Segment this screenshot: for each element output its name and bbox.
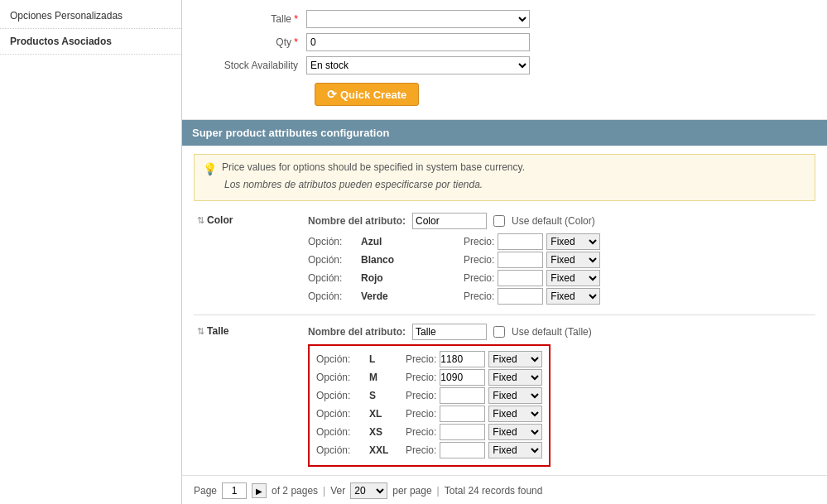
talle-L-type[interactable]: FixedPercent [488, 351, 542, 367]
talle-option-XXL: Opción: XXL Precio: FixedPercent [316, 442, 542, 458]
talle-XXL-precio[interactable] [440, 442, 485, 458]
of-pages: of 2 pages [272, 485, 318, 497]
color-sort-icon: ⇅ [197, 215, 207, 225]
talle-XL-precio[interactable] [440, 406, 485, 422]
color-use-default-checkbox[interactable] [493, 215, 505, 227]
color-use-default-label: Use default (Color) [512, 215, 595, 227]
talle-option-XL: Opción: XL Precio: FixedPercent [316, 406, 542, 422]
talle-M-precio[interactable] [440, 369, 485, 386]
stock-label: Stock Availability [199, 60, 306, 71]
talle-name-cell: ⇅ Talle [194, 320, 301, 470]
attr-divider [194, 314, 815, 315]
color-config-cell: Nombre del atributo: Use default (Color)… [301, 209, 815, 310]
talle-XS-precio[interactable] [440, 424, 485, 440]
page-input[interactable] [222, 482, 247, 499]
talle-option-XS: Opción: XS Precio: FixedPercent [316, 424, 542, 440]
color-option-rojo: Opción: Rojo Precio: FixedPercent [308, 270, 809, 286]
color-nombre-label: Nombre del atributo: [308, 215, 406, 227]
talle-label: Talle * [199, 13, 306, 25]
sidebar: Opciones Personalizadas Productos Asocia… [0, 0, 182, 504]
quick-create-section: Talle * Qty * Stock Availability [182, 0, 827, 120]
content-area: Talle * Qty * Stock Availability [182, 0, 827, 504]
talle-XXL-type[interactable]: FixedPercent [488, 442, 542, 458]
next-page-btn[interactable]: ▶ [252, 483, 267, 498]
talle-select[interactable] [306, 10, 530, 28]
color-azul-precio[interactable] [498, 233, 543, 250]
attributes-section: Super product attributes configuration 💡… [182, 120, 827, 504]
sidebar-item-opciones[interactable]: Opciones Personalizadas [0, 3, 181, 29]
talle-M-type[interactable]: FixedPercent [488, 369, 542, 386]
qty-row: Qty * [199, 33, 810, 51]
quick-create-button[interactable]: ⟳ Quick Create [315, 83, 419, 106]
refresh-icon: ⟳ [327, 88, 337, 101]
qty-input[interactable] [306, 33, 530, 51]
color-rojo-type[interactable]: FixedPercent [546, 270, 600, 286]
per-page-suffix: per page [392, 485, 431, 497]
talle-table: ⇅ Talle Nombre del atributo: Use default… [194, 320, 815, 470]
color-name: Color [207, 214, 233, 226]
color-table: ⇅ Color Nombre del atributo: Use default… [194, 209, 815, 310]
talle-use-default-label: Use default (Talle) [512, 326, 592, 338]
info-text-1: Price values for options should be speci… [222, 161, 525, 173]
sidebar-item-productos[interactable]: Productos Asociados [0, 29, 181, 55]
ver-label: Ver [330, 485, 345, 497]
color-azul-type[interactable]: FixedPercent [546, 233, 600, 250]
talle-nombre-input[interactable] [412, 324, 487, 340]
talle-name: Talle [207, 325, 228, 337]
color-verde-precio[interactable] [498, 288, 543, 305]
talle-options-box: Opción: L Precio: FixedPercent Opción: M [308, 344, 551, 467]
color-nombre-input[interactable] [412, 213, 487, 229]
talle-XS-type[interactable]: FixedPercent [488, 424, 542, 440]
qty-label: Qty * [199, 36, 306, 48]
talle-option-S: Opción: S Precio: FixedPercent [316, 387, 542, 404]
color-rojo-precio[interactable] [498, 270, 543, 286]
stock-select[interactable]: En stock Fuera de stock [306, 56, 530, 74]
per-page-select[interactable]: 20 30 50 100 [350, 482, 387, 499]
stock-row: Stock Availability En stock Fuera de sto… [199, 56, 810, 74]
total-records: Total 24 records found [445, 485, 543, 497]
talle-S-precio[interactable] [440, 387, 485, 404]
color-blanco-precio[interactable] [498, 252, 543, 268]
talle-row: Talle * [199, 10, 810, 28]
talle-use-default-checkbox[interactable] [493, 326, 505, 338]
talle-S-type[interactable]: FixedPercent [488, 387, 542, 404]
talle-L-precio[interactable] [440, 351, 485, 367]
attributes-header: Super product attributes configuration [182, 120, 827, 146]
talle-XL-type[interactable]: FixedPercent [488, 406, 542, 422]
page-label: Page [194, 485, 217, 497]
color-blanco-type[interactable]: FixedPercent [546, 252, 600, 268]
info-box: 💡 Price values for options should be spe… [194, 154, 815, 201]
color-option-verde: Opción: Verde Precio: FixedPercent [308, 288, 809, 305]
color-verde-type[interactable]: FixedPercent [546, 288, 600, 305]
talle-nombre-label: Nombre del atributo: [308, 326, 406, 338]
color-options: Opción: Azul Precio: FixedPercent Opción… [308, 233, 809, 305]
color-name-cell: ⇅ Color [194, 209, 301, 310]
color-option-blanco: Opción: Blanco Precio: FixedPercent [308, 252, 809, 268]
color-attribute: ⇅ Color Nombre del atributo: Use default… [194, 209, 815, 310]
quick-create-btn-row: ⟳ Quick Create [199, 79, 810, 106]
talle-config-cell: Nombre del atributo: Use default (Talle)… [301, 320, 815, 470]
talle-attribute: ⇅ Talle Nombre del atributo: Use default… [194, 320, 815, 470]
color-option-azul: Opción: Azul Precio: FixedPercent [308, 233, 809, 250]
talle-sort-icon: ⇅ [197, 326, 207, 336]
talle-option-L: Opción: L Precio: FixedPercent [316, 351, 542, 367]
info-icon: 💡 [203, 162, 217, 175]
info-text-2: Los nombres de atributos pueden especifi… [224, 179, 483, 190]
talle-option-M: Opción: M Precio: FixedPercent [316, 369, 542, 386]
pagination-bar: Page ▶ of 2 pages | Ver 20 30 50 100 per… [182, 475, 827, 504]
